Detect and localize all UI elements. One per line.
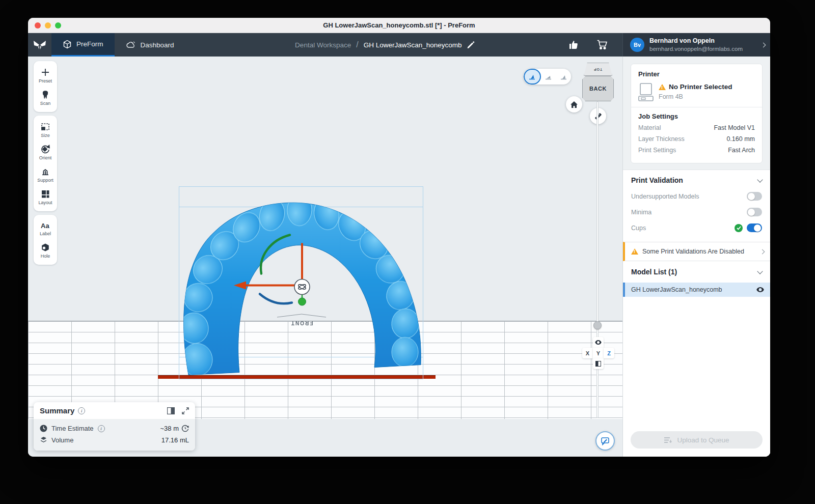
upload-to-queue-button[interactable]: Upload to Queue bbox=[631, 431, 763, 449]
print-validation-section: Print Validation Undersupported Models M… bbox=[623, 170, 770, 242]
axis-z-button[interactable]: Z bbox=[604, 348, 614, 358]
home-view-button[interactable] bbox=[566, 96, 582, 113]
printer-card[interactable]: Printer No Printer Selected Form 4B Job … bbox=[631, 64, 763, 163]
tool-support[interactable]: Support bbox=[34, 163, 57, 186]
summary-panel: Summary i Time Estimate i ~38 m bbox=[34, 402, 195, 451]
model-name: GH LowerJawScan_honeycomb bbox=[631, 286, 722, 293]
home-icon bbox=[570, 101, 578, 108]
breadcrumb-file: GH LowerJawScan_honeycomb bbox=[364, 41, 462, 49]
half-square-icon bbox=[595, 361, 601, 367]
view-cube-top-face[interactable]: TOP bbox=[584, 63, 612, 76]
chevron-down-icon bbox=[757, 268, 763, 274]
expand-icon[interactable] bbox=[182, 407, 189, 414]
layer-slider-handle[interactable] bbox=[593, 321, 602, 329]
volume-label: Volume bbox=[51, 436, 73, 444]
support-icon bbox=[41, 167, 50, 176]
cube-icon bbox=[63, 40, 72, 49]
info-icon[interactable]: i bbox=[78, 407, 85, 414]
validation-warning-banner[interactable]: Some Print Validations Are Disabled bbox=[623, 242, 770, 261]
cups-toggle[interactable] bbox=[747, 223, 762, 232]
tab-dashboard[interactable]: Dashboard bbox=[115, 33, 185, 57]
validation-warning-text: Some Print Validations Are Disabled bbox=[642, 248, 744, 255]
avatar: Bv bbox=[630, 38, 644, 52]
platform-tilt-icon bbox=[545, 73, 552, 80]
left-toolbar: Preset Scan Size Orient bbox=[34, 61, 57, 265]
warning-icon bbox=[631, 248, 638, 255]
job-setting-print-settings: Print Settings Fast Arch bbox=[638, 145, 755, 156]
warning-icon bbox=[659, 84, 666, 90]
minimize-window-button[interactable] bbox=[45, 22, 51, 29]
breadcrumb-workspace[interactable]: Dental Workspace bbox=[295, 41, 351, 49]
visibility-eye-button[interactable] bbox=[593, 337, 604, 348]
minima-toggle[interactable] bbox=[747, 208, 762, 216]
model-list-header[interactable]: Model List (1) bbox=[623, 261, 770, 283]
front-label: FRONT bbox=[290, 320, 313, 326]
axis-visibility-widget: X Y Z bbox=[582, 337, 614, 369]
summary-row-volume: Volume 17.16 mL bbox=[40, 434, 189, 446]
platform-front-marker: FRONT bbox=[276, 314, 327, 327]
view-cube-back-face[interactable]: BACK bbox=[582, 76, 614, 101]
window-title: GH LowerJawScan_honeycomb.stl [*] - PreF… bbox=[323, 21, 475, 29]
model-list-section: Model List (1) GH LowerJawScan_honeycomb… bbox=[623, 261, 770, 457]
close-window-button[interactable] bbox=[35, 22, 41, 29]
printer-icon bbox=[638, 83, 654, 101]
tool-size[interactable]: Size bbox=[34, 119, 57, 141]
user-name: Bernhard von Oppeln bbox=[649, 37, 743, 45]
tool-layout[interactable]: Layout bbox=[34, 186, 57, 208]
chevron-right-icon bbox=[761, 42, 766, 47]
cart-icon[interactable] bbox=[596, 39, 608, 50]
size-icon bbox=[41, 122, 50, 131]
3d-viewport[interactable]: FRONT Preset Scan Siz bbox=[28, 57, 622, 457]
check-passed-icon bbox=[735, 224, 743, 232]
axis-x-button[interactable]: X bbox=[582, 348, 593, 358]
tool-scan[interactable]: Scan bbox=[34, 87, 57, 109]
refresh-estimate-icon[interactable] bbox=[181, 425, 189, 432]
job-settings[interactable]: Job Settings Material Fast Model V1 Laye… bbox=[638, 107, 755, 160]
volume-layers-icon bbox=[40, 436, 47, 444]
label-aa-icon: Aa bbox=[40, 221, 50, 230]
svg-text:Aa: Aa bbox=[41, 222, 49, 230]
contrast-view-button[interactable] bbox=[593, 358, 604, 369]
layout-icon bbox=[41, 189, 50, 199]
breadcrumb: Dental Workspace / GH LowerJawScan_honey… bbox=[295, 33, 474, 57]
info-icon[interactable]: i bbox=[98, 425, 105, 432]
tab-preform-label: PreForm bbox=[76, 40, 103, 48]
undersupported-models-toggle[interactable] bbox=[747, 192, 762, 201]
orientation-preset-switcher bbox=[524, 69, 571, 85]
orientation-preset-1[interactable] bbox=[524, 69, 541, 85]
view-cube[interactable]: TOP BACK bbox=[582, 63, 614, 101]
validation-row-undersupported: Undersupported Models bbox=[631, 188, 762, 204]
top-nav: PreForm Dashboard Dental Workspace / GH … bbox=[28, 33, 770, 57]
tab-preform[interactable]: PreForm bbox=[51, 33, 115, 57]
orientation-preset-3[interactable] bbox=[556, 69, 571, 85]
orient-icon bbox=[41, 145, 50, 154]
queue-icon bbox=[664, 437, 672, 443]
macos-window-controls bbox=[35, 22, 61, 29]
user-email: bernhard.vonoppeln@formlabs.com bbox=[649, 45, 743, 52]
zoom-window-button[interactable] bbox=[55, 22, 61, 29]
validation-row-cups: Cups bbox=[631, 220, 762, 236]
tool-label[interactable]: Aa Label bbox=[34, 218, 57, 239]
model-visibility-eye-icon[interactable] bbox=[756, 287, 764, 292]
formlabs-logo-icon[interactable] bbox=[28, 33, 51, 57]
tool-hole[interactable]: Hole bbox=[34, 239, 57, 262]
tooth-icon bbox=[41, 90, 50, 99]
printer-heading: Printer bbox=[638, 70, 755, 78]
hole-cube-icon bbox=[41, 243, 50, 252]
cloud-icon bbox=[126, 41, 136, 49]
axis-y-button[interactable]: Y bbox=[593, 348, 604, 358]
layer-slider-track[interactable] bbox=[596, 101, 599, 418]
plus-icon bbox=[41, 68, 50, 77]
tool-preset[interactable]: Preset bbox=[34, 64, 57, 87]
edit-pencil-icon[interactable] bbox=[467, 41, 474, 49]
feedback-thumbs-up-icon[interactable] bbox=[568, 39, 579, 50]
comment-button[interactable] bbox=[595, 431, 615, 451]
print-validation-header[interactable]: Print Validation bbox=[631, 176, 762, 184]
dental-model-scene[interactable] bbox=[28, 57, 622, 457]
tool-orient[interactable]: Orient bbox=[34, 141, 57, 163]
model-list-item[interactable]: GH LowerJawScan_honeycomb bbox=[623, 283, 770, 297]
dock-panel-icon[interactable] bbox=[167, 407, 175, 414]
user-account-menu[interactable]: Bv Bernhard von Oppeln bernhard.vonoppel… bbox=[622, 33, 770, 57]
orientation-preset-2[interactable] bbox=[541, 69, 556, 85]
platform-tilt-icon bbox=[528, 73, 536, 80]
